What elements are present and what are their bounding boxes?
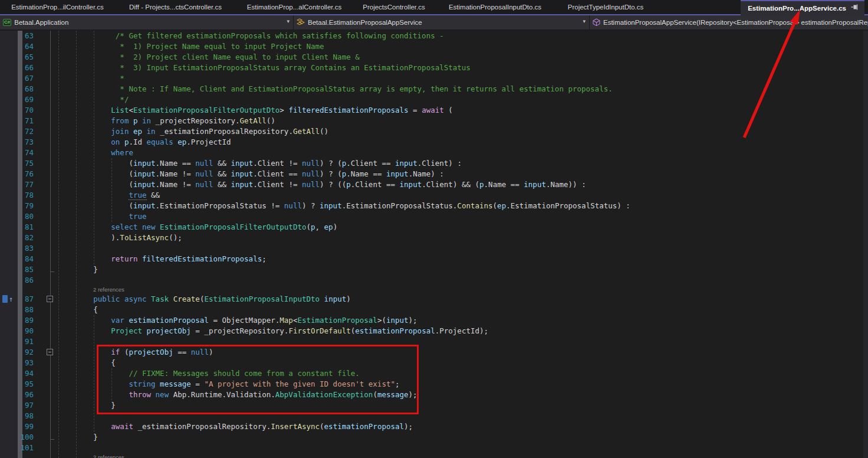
line-number: 77: [0, 179, 34, 190]
code-text[interactable]: List<EstimationProposalFilterOutputDto> …: [34, 106, 453, 114]
code-text[interactable]: *: [34, 74, 124, 83]
code-text[interactable]: [34, 337, 58, 346]
line-number: 73: [0, 137, 34, 148]
editor-tab[interactable]: EstimationProp...ilController.cs: [0, 0, 115, 14]
code-line: 99 await _estimationProposalRepository.I…: [0, 421, 863, 432]
code-line: 83: [0, 243, 863, 254]
code-text[interactable]: true &&: [34, 191, 160, 199]
code-text[interactable]: (input.Name == null && input.Client != n…: [34, 159, 462, 168]
code-text[interactable]: }: [34, 265, 98, 274]
code-text[interactable]: var estimationProposal = ObjectMapper.Ma…: [34, 316, 417, 325]
code-text[interactable]: (input.EstimationProposalStatus != null)…: [34, 201, 630, 210]
code-line: 92 if (projectObj == null)−: [0, 347, 863, 358]
code-text[interactable]: [34, 276, 58, 284]
codelens-references[interactable]: 2 references: [0, 286, 863, 294]
line-number: 65: [0, 52, 34, 63]
member-dropdown-label: EstimationProposalAppService(IRepository…: [603, 19, 868, 26]
editor-tab[interactable]: EstimationProp...alController.cs: [236, 0, 353, 14]
code-line: 100 }: [0, 432, 863, 443]
code-text[interactable]: /* Get filtered estimationProposals whic…: [34, 31, 444, 40]
code-line: 98: [0, 411, 863, 421]
code-line: 63 /* Get filtered estimationProposals w…: [0, 31, 863, 41]
code-text[interactable]: (input.Name != null && input.Client != n…: [34, 180, 586, 189]
code-text[interactable]: */: [34, 95, 129, 104]
fold-collapse-icon[interactable]: −: [47, 296, 53, 302]
editor-tab[interactable]: ProjectTypeIdInputDto.cs: [555, 0, 656, 14]
code-text[interactable]: Project projectObj = _projectRepository.…: [34, 326, 488, 335]
line-number: 96: [0, 390, 34, 400]
code-line: 64 * 1) Project Name equal to input Proj…: [0, 41, 863, 52]
vs-code-editor-window: { "colors": { "accent_purple": "#5a5aad"…: [0, 0, 868, 458]
code-text[interactable]: [34, 244, 58, 253]
code-editor[interactable]: 63 /* Get filtered estimationProposals w…: [0, 31, 868, 458]
vertical-scrollbar[interactable]: [863, 31, 868, 458]
code-text[interactable]: }: [34, 433, 98, 441]
code-line: 101: [0, 443, 863, 453]
code-text[interactable]: (input.Name != null && input.Client == n…: [34, 169, 444, 178]
line-number: 85: [0, 264, 34, 275]
code-text[interactable]: {: [34, 305, 98, 314]
code-line: 66 * 3) Input EstimationProposalStatus a…: [0, 63, 863, 73]
line-number: 99: [0, 421, 34, 432]
up-arrow-icon: ↑: [9, 294, 13, 305]
line-number: 93: [0, 358, 34, 368]
line-number: 72: [0, 126, 34, 137]
line-number: 78: [0, 190, 34, 201]
code-text[interactable]: join ep in _estimationProposalRepository…: [34, 127, 328, 136]
code-line: 84 return filteredEstimationProposals;: [0, 254, 863, 264]
code-text[interactable]: return filteredEstimationProposals;: [34, 254, 267, 263]
code-text[interactable]: on p.Id equals ep.ProjectId: [34, 138, 231, 146]
code-text[interactable]: }: [34, 401, 116, 410]
code-text[interactable]: string message = "A project with the giv…: [34, 380, 400, 388]
code-line: 77 (input.Name != null && input.Client !…: [0, 179, 863, 190]
code-text[interactable]: [34, 411, 58, 420]
line-number: 84: [0, 254, 34, 264]
codelens-references[interactable]: 2 references: [0, 453, 863, 458]
code-line: 94 // FIXME: Messages should come from a…: [0, 368, 863, 379]
editor-tab[interactable]: Diff - Projects...ctsController.cs: [115, 0, 236, 14]
type-dropdown[interactable]: Betaal.EstimationProposalAppService ▾: [294, 15, 590, 30]
code-text[interactable]: if (projectObj == null): [34, 348, 213, 356]
method-icon: [593, 18, 600, 27]
editor-tab[interactable]: ProjectsController.cs: [353, 0, 435, 14]
code-text[interactable]: * 2) Project client Name equal to input …: [34, 53, 360, 61]
editor-tab[interactable]: EstimationProposalInputDto.cs: [435, 0, 555, 14]
code-line: 69 */: [0, 94, 863, 105]
code-text[interactable]: select new EstimationProposalFilterOutpu…: [34, 223, 337, 231]
change-marker-icon: [2, 295, 8, 303]
code-text[interactable]: [34, 443, 58, 452]
line-number: 89: [0, 315, 34, 326]
code-text[interactable]: await _estimationProposalRepository.Inse…: [34, 422, 413, 431]
code-text[interactable]: * 3) Input EstimationProposalStatus arra…: [34, 63, 471, 72]
code-line: 95 string message = "A project with the …: [0, 379, 863, 390]
code-area[interactable]: 63 /* Get filtered estimationProposals w…: [0, 31, 863, 458]
code-text[interactable]: where: [34, 148, 133, 157]
code-line: 65 * 2) Project client Name equal to inp…: [0, 52, 863, 63]
code-text[interactable]: * 1) Project Name equal to input Project…: [34, 42, 324, 51]
code-text[interactable]: public async Task Create(EstimationPropo…: [34, 295, 351, 303]
line-number: 86: [0, 275, 34, 286]
project-dropdown[interactable]: C# Betaal.Application ▾: [0, 15, 294, 30]
line-number: 95: [0, 379, 34, 390]
line-number: 97: [0, 400, 34, 411]
line-number: 81: [0, 222, 34, 233]
line-number: 71: [0, 116, 34, 126]
fold-collapse-icon[interactable]: −: [47, 349, 53, 355]
code-text[interactable]: from p in _projectRepository.GetAll(): [34, 116, 275, 125]
code-text[interactable]: ).ToListAsync();: [34, 233, 182, 242]
code-text[interactable]: // FIXME: Messages should come from a co…: [34, 369, 360, 378]
line-number: 100: [0, 432, 34, 443]
editor-tab-active[interactable]: EstimationPro...AppService.cs: [741, 0, 864, 15]
code-text[interactable]: true: [34, 212, 147, 221]
member-dropdown[interactable]: EstimationProposalAppService(IRepository…: [590, 15, 868, 30]
line-number: 69: [0, 94, 34, 105]
fold-end-tick: [50, 271, 54, 272]
code-text[interactable]: {: [34, 358, 116, 367]
line-number: 90: [0, 326, 34, 336]
code-text[interactable]: throw new Abp.Runtime.Validation.AbpVali…: [34, 390, 417, 399]
csharp-project-icon: C#: [3, 19, 11, 26]
code-text[interactable]: * Note : If Name, Client and EstimationP…: [34, 84, 613, 93]
pin-icon[interactable]: [851, 2, 859, 15]
line-number: 75: [0, 158, 34, 169]
line-number: 98: [0, 411, 34, 421]
